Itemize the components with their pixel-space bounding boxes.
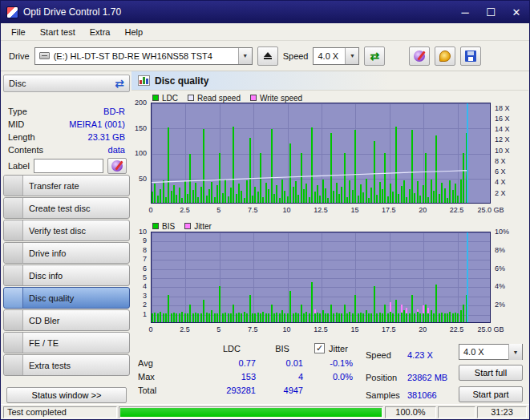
status-window-button[interactable]: Status window >>	[6, 387, 127, 403]
bis-bar	[457, 313, 459, 322]
menu-help[interactable]: Help	[117, 25, 150, 39]
y-axis-tick: 6 X	[495, 168, 506, 176]
sidebar-item-disc-quality[interactable]: Disc quality	[3, 287, 130, 309]
sidebar-item-cd-bler[interactable]: CD Bler	[3, 309, 130, 331]
refresh-disc-icon[interactable]: ⇄	[115, 78, 124, 89]
y-axis-tick: 14 X	[495, 125, 510, 133]
bis-bar	[303, 313, 305, 322]
bis-bar	[165, 313, 167, 322]
drive-label: Drive	[9, 51, 30, 61]
chevron-down-icon[interactable]: ▼	[238, 48, 252, 64]
chevron-down-icon[interactable]: ▼	[345, 48, 358, 64]
bis-x-axis: 02.557.51012.51517.52022.525.0 GB	[151, 325, 491, 334]
sidebar-item-verify-test-disc[interactable]: Verify test disc	[3, 220, 130, 241]
jitter-checkbox[interactable]: ✓	[314, 343, 325, 353]
bis-bar	[403, 310, 405, 322]
x-axis-tick: 10	[283, 325, 291, 333]
edit-label-button[interactable]	[107, 158, 127, 174]
drive-icon	[39, 52, 50, 59]
bis-bar	[392, 313, 394, 322]
sidebar-item-transfer-rate[interactable]: Transfer rate	[3, 175, 130, 196]
burn-button[interactable]	[435, 46, 455, 66]
bis-bar	[382, 313, 383, 322]
legend-label: Read speed	[197, 94, 241, 103]
legend-label: Jitter	[194, 222, 212, 231]
bis-bar	[152, 313, 153, 322]
bis-y-axis-right: 10%8%6%4%2%	[492, 232, 528, 323]
x-axis-tick: 7.5	[248, 206, 258, 214]
maximize-button[interactable]: ☐	[478, 1, 504, 23]
bis-bar	[322, 310, 324, 322]
total-row-label: Total	[138, 386, 156, 395]
y-axis-tick: 9	[143, 236, 147, 244]
x-axis-tick: 17.5	[382, 325, 396, 333]
erase-disc-button[interactable]	[409, 46, 430, 66]
bis-bar	[211, 310, 212, 322]
y-axis-tick: 100	[135, 149, 147, 157]
refresh-icon: ⇄	[370, 50, 380, 62]
bis-bar	[195, 313, 196, 322]
speed-select[interactable]: 4.0 X ▼	[313, 47, 359, 65]
bis-bar	[168, 295, 169, 322]
speed-label: Speed	[283, 51, 309, 61]
bis-bar	[433, 313, 435, 322]
eject-button[interactable]	[257, 46, 278, 66]
y-axis-tick: 150	[135, 124, 147, 132]
test-speed-select[interactable]: 4.0 X ▼	[459, 344, 523, 360]
label-input[interactable]	[34, 159, 103, 173]
position-marker	[467, 232, 468, 322]
read-speed-legend-swatch	[188, 95, 194, 101]
menu-file[interactable]: File	[4, 25, 33, 39]
fe-te-icon	[4, 333, 23, 353]
bis-bar	[252, 313, 253, 322]
disc-type-value: BD-R	[103, 107, 125, 116]
ldc-chart: LDCRead speedWrite speed 20015010050 18 …	[131, 92, 528, 219]
sidebar-item-disc-info[interactable]: Disc info	[3, 265, 130, 286]
y-axis-tick: 8%	[495, 246, 505, 254]
bis-bar	[398, 313, 399, 322]
create-test-disc-icon	[4, 198, 23, 218]
menubar: File Start test Extra Help	[1, 23, 529, 41]
app-window: Opti Drive Control 1.70 ─ ☐ ✕ File Start…	[0, 0, 530, 420]
bis-bar	[241, 313, 242, 322]
x-axis-tick: 0	[148, 206, 152, 214]
chevron-down-icon[interactable]: ▼	[508, 344, 522, 360]
bis-bar	[257, 313, 259, 322]
bis-bar	[293, 313, 294, 322]
bis-bar	[189, 305, 191, 322]
sidebar-item-fe-te[interactable]: FE / TE	[3, 332, 130, 353]
disc-info-icon	[4, 265, 23, 285]
bis-jitter-chart: BISJitter 10987654321 10%8%6%4%2% 02.557…	[131, 220, 528, 337]
y-axis-tick: 3	[143, 292, 147, 300]
disc-contents-value[interactable]: data	[108, 145, 125, 155]
y-axis-tick: 6	[143, 265, 147, 273]
menu-start-test[interactable]: Start test	[33, 25, 83, 39]
bis-bar	[309, 313, 310, 322]
drive-select[interactable]: (E:) HL-DT-ST BD-RE WH16NS58 TST4 ▼	[34, 47, 253, 65]
bis-bar	[447, 313, 448, 322]
y-axis-tick: 7	[143, 255, 147, 263]
y-axis-tick: 6%	[495, 265, 505, 273]
bis-chart-legend: BISJitter	[152, 221, 221, 231]
bis-bar	[265, 313, 267, 322]
sidebar-item-drive-info[interactable]: Drive info	[3, 242, 130, 264]
minimize-button[interactable]: ─	[452, 1, 478, 23]
refresh-button[interactable]: ⇄	[364, 46, 385, 66]
statusbar: Test completed 100.0% 31:23	[1, 404, 529, 419]
bis-bar	[411, 295, 413, 322]
start-full-button[interactable]: Start full	[459, 365, 523, 381]
sidebar-item-extra-tests[interactable]: Extra tests	[3, 354, 130, 376]
close-button[interactable]: ✕	[504, 1, 529, 23]
bis-bar	[366, 310, 367, 322]
bis-bar	[276, 313, 277, 322]
bis-bar	[249, 295, 251, 322]
sidebar-item-create-test-disc[interactable]: Create test disc	[3, 197, 130, 219]
menu-extra[interactable]: Extra	[83, 25, 118, 39]
bis-bar	[208, 313, 210, 322]
start-part-button[interactable]: Start part	[459, 386, 523, 402]
bis-bar	[184, 313, 186, 322]
x-axis-tick: 15	[350, 325, 358, 333]
bis-bar	[452, 313, 454, 322]
save-button[interactable]	[460, 46, 481, 66]
eject-icon	[264, 52, 272, 59]
